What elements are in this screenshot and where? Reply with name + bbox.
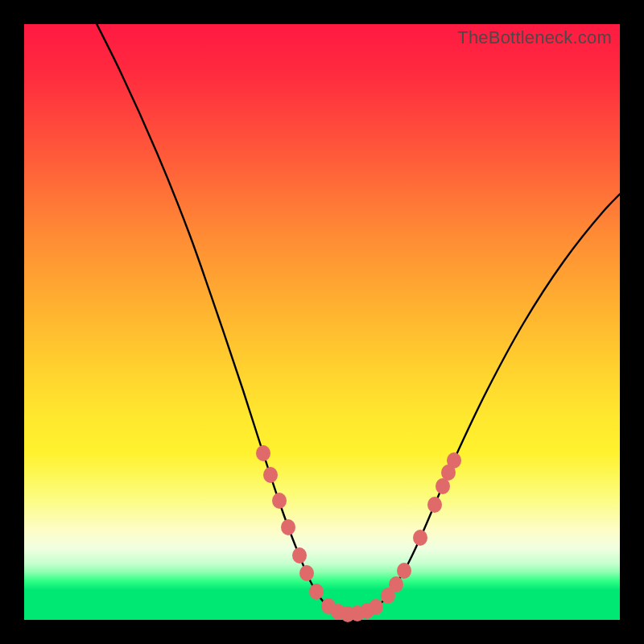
- curve-marker: [292, 547, 307, 564]
- curve-markers: [256, 445, 461, 622]
- curve-marker: [299, 565, 314, 581]
- curve-marker: [436, 478, 450, 494]
- curve-right-branch: [346, 179, 636, 614]
- curve-marker: [447, 452, 461, 469]
- outer-frame: TheBottleneck.com: [0, 0, 644, 644]
- curve-marker: [263, 467, 278, 483]
- curve-marker: [309, 584, 324, 600]
- curve-svg: [24, 24, 620, 620]
- curve-left-branch: [89, 8, 346, 614]
- curve-marker: [427, 497, 442, 513]
- curve-marker: [272, 493, 287, 509]
- curve-marker: [389, 576, 403, 592]
- plot-area: TheBottleneck.com: [24, 24, 620, 620]
- curve-marker: [397, 563, 411, 579]
- curve-marker: [369, 599, 383, 615]
- curve-marker: [413, 530, 427, 546]
- curve-marker: [281, 519, 295, 535]
- curve-marker: [256, 445, 270, 461]
